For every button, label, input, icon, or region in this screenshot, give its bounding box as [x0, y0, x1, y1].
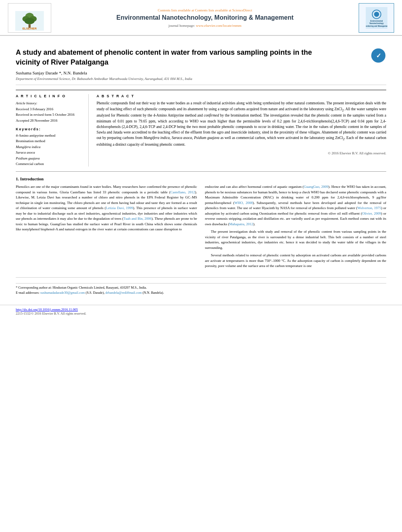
keyword-1: 4-Amino antipyrine method [16, 133, 84, 138]
ref-letizia[interactable]: Letizia Davi, 1999 [106, 206, 133, 210]
svg-text:Monitoring and Management: Monitoring and Management [366, 25, 387, 27]
body-left-column: Phenolics are one of the major contamina… [16, 184, 197, 271]
section-heading: 1. Introduction [16, 176, 386, 181]
svg-point-4 [24, 18, 34, 24]
article-info-heading: A R T I C L E I N F O [16, 94, 84, 98]
svg-point-9 [374, 12, 379, 17]
abstract-text: Phenolic compounds find out their way in… [97, 100, 386, 147]
authors: Sushama Sanjay Darade *, N.N. Bandela [16, 70, 331, 75]
ref-castellano[interactable]: Castellano, 2012 [170, 190, 195, 194]
article-info-abstract: A R T I C L E I N F O Article history: R… [16, 90, 386, 167]
confirmed-text: confirmed [204, 113, 219, 117]
intro-para-right-2: The present investigation deals with stu… [205, 229, 386, 250]
intro-para-right-1: endocrine and can also affect hormonal c… [205, 184, 386, 227]
keyword-3: Mangifera indica [16, 144, 84, 150]
article-title-section: A study and abatement of phenolic conten… [16, 42, 386, 85]
bottom-bar: http://dx.doi.org/10.1016/j.enmm.2016.11… [0, 305, 402, 318]
accepted-date: Accepted 28 November 2016 [16, 118, 84, 123]
introduction-section: 1. Introduction Phenolics are one of the… [16, 176, 386, 271]
journal-name: Environmental Nanotechnology, Monitoring… [57, 14, 353, 22]
elsevier-logo-container: ELSEVIER [8, 3, 51, 33]
elsevier-tree-icon: ELSEVIER [14, 11, 45, 31]
article-title-container: A study and abatement of phenolic conten… [16, 48, 331, 81]
intro-para-right-3: Several methods related to removal of ph… [205, 253, 386, 269]
keyword-6: Commercial carbon [16, 161, 84, 167]
abstract-section: A B S T R A C T Phenolic compounds find … [97, 94, 386, 167]
issn-line: 2215-1532/© 2016 Elsevier B.V. All right… [16, 311, 386, 315]
email-label: E-mail addresses: [16, 291, 39, 295]
homepage-label: journal homepage: [169, 24, 195, 28]
body-right-column: endocrine and can also affect hormonal c… [205, 184, 386, 271]
keywords-section: Keywords: 4-Amino antipyrine method Brom… [16, 127, 84, 167]
svg-text:Environmental: Environmental [370, 20, 383, 22]
ref-guangguo[interactable]: GuangGuo, 2009 [304, 185, 328, 189]
doi-link[interactable]: http://dx.doi.org/10.1016/j.enmm.2016.11… [16, 308, 78, 311]
email1-link[interactable]: sushumadadarade30@gmail.com [40, 291, 85, 295]
section-divider [16, 171, 386, 172]
keyword-4: Saraca asoca [16, 150, 84, 155]
journal-logo-right-icon: Environmental Nanotechnology Monitoring … [366, 7, 387, 29]
homepage-url[interactable]: www.elsevier.com/locate/enmm [196, 24, 241, 28]
received-date: Received 3 February 2016 [16, 106, 84, 112]
corresponding-author-note: * Corresponding author at: Hindustan Org… [16, 285, 386, 290]
affiliation: Department of Environmental Science, Dr.… [16, 77, 331, 81]
received-revised-date: Received in revised form 5 October 2016 [16, 112, 84, 117]
article-history: Article history: Received 3 February 201… [16, 100, 84, 123]
ref-mahapatra[interactable]: Mahapatra, 2012 [229, 222, 253, 226]
ref-olivier[interactable]: Olivier, 2009 [362, 211, 381, 215]
journal-header-center: Contents lists available at Contents lis… [51, 8, 359, 28]
article-info-column: A R T I C L E I N F O Article history: R… [16, 94, 89, 167]
email2-name: (N.N. Bandela). [143, 291, 164, 295]
abstract-heading: A B S T R A C T [97, 94, 386, 98]
footnote-divider [16, 283, 386, 284]
keywords-list: 4-Amino antipyrine method Bromination me… [16, 133, 84, 167]
journal-header: ELSEVIER Contents lists available at Con… [0, 0, 402, 36]
svg-text:Nanotechnology: Nanotechnology [369, 22, 383, 24]
crossmark-icon[interactable]: ✓ [370, 48, 386, 63]
sciencedirect-link[interactable]: Contents lists available at ScienceDirec… [195, 8, 252, 12]
keyword-2: Bromination method [16, 138, 84, 144]
ref-wolverton[interactable]: Wolverton, 1975 [357, 206, 381, 210]
doi-line: http://dx.doi.org/10.1016/j.enmm.2016.11… [16, 308, 386, 311]
sciencedirect-text: Contents lists available at Contents lis… [57, 8, 353, 12]
journal-logo-right: Environmental Nanotechnology Monitoring … [359, 3, 394, 33]
email2-link[interactable]: drbandela@rediffmail.com [106, 291, 142, 295]
copyright-line: © 2016 Elsevier B.V. All rights reserved… [97, 151, 386, 155]
ref-tuah[interactable]: Tuah and Bin, 2006 [123, 217, 151, 221]
authors-text: Sushama Sanjay Darade *, N.N. Bandela [16, 70, 87, 75]
history-label: Article history: [16, 100, 84, 106]
svg-text:✓: ✓ [376, 52, 381, 59]
body-text-two-col: Phenolics are one of the major contamina… [16, 184, 386, 271]
keyword-5: Psidium guajava [16, 156, 84, 161]
ref-who2008[interactable]: WHO, 2008 [234, 201, 253, 205]
footnote-area: * Corresponding author at: Hindustan Org… [16, 277, 386, 295]
journal-homepage: journal homepage: www.elsevier.com/locat… [57, 24, 353, 28]
main-content: A study and abatement of phenolic conten… [0, 36, 402, 301]
svg-text:ELSEVIER: ELSEVIER [22, 27, 37, 30]
page: ELSEVIER Contents lists available at Con… [0, 0, 402, 532]
email-line: E-mail addresses: sushumadadarade30@gmai… [16, 290, 386, 295]
article-title: A study and abatement of phenolic conten… [16, 48, 331, 67]
keywords-heading: Keywords: [16, 127, 84, 131]
intro-para-left-1: Phenolics are one of the major contamina… [16, 184, 197, 232]
email1-name: (S.S. Darade), [86, 291, 104, 295]
